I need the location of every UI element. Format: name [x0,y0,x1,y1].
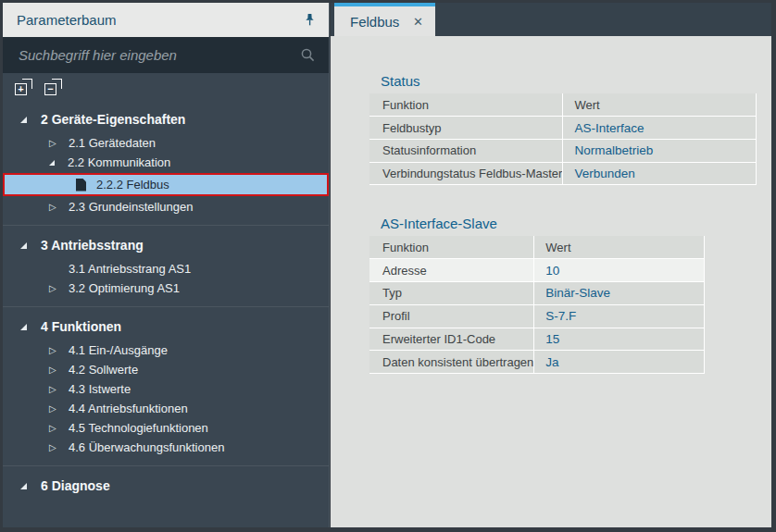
tree-item-ein-ausgaenge[interactable]: 4.1 Ein-/Ausgänge [3,340,329,360]
table-row: Profil S-7.F [369,304,705,328]
param-label: Feldbustyp [369,117,563,140]
pin-icon[interactable] [301,12,318,29]
tree-item-feldbus-selected[interactable]: 2.2.2 Feldbus [3,173,329,196]
search-input[interactable] [19,47,300,63]
tree-divider [3,225,329,226]
chevron-collapsed-icon[interactable] [49,385,61,394]
param-label: Erweiterter ID1-Code [369,328,534,351]
tree-item-label: 2.2 Kommunikation [68,155,170,169]
column-header-wert: Wert [563,93,757,117]
param-label: Profil [369,304,534,328]
table-header-row: Funktion Wert [369,93,757,117]
tree-section-antriebsstrang[interactable]: 3 Antriebsstrang [3,234,329,256]
table-header-row: Funktion Wert [369,236,705,259]
tree-item-ueberwachungsfunktionen[interactable]: 4.6 Überwachungsfunktionen [3,438,329,457]
chevron-collapsed-icon[interactable] [49,443,61,452]
as-interface-slave-table: Funktion Wert Adresse 10 Typ Binär-Slave… [369,236,705,374]
tree-item-label: 6 Diagnose [41,478,110,493]
tab-label: Feldbus [350,14,413,30]
tree-item-geraetedaten[interactable]: 2.1 Gerätedaten [3,133,329,153]
param-value[interactable]: 15 [534,328,705,351]
tree-divider [3,465,329,466]
status-table: Funktion Wert Feldbustyp AS-Interface St… [369,93,757,185]
minus-icon: − [44,83,56,95]
tree-toolbar: + − [3,73,329,100]
param-value[interactable]: AS-Interface [563,117,757,140]
chevron-expanded-icon[interactable] [20,324,27,330]
chevron-collapsed-icon[interactable] [49,365,61,375]
expand-all-button[interactable]: + [15,79,32,95]
param-value[interactable]: Verbunden [563,162,757,185]
column-header-funktion: Funktion [369,236,534,259]
chevron-expanded-icon[interactable] [49,160,55,166]
param-label: Daten konsistent übertragen [369,351,534,374]
tree-section-diagnose[interactable]: 6 Diagnose [3,475,329,497]
param-value[interactable]: Ja [534,351,705,374]
chevron-expanded-icon[interactable] [20,242,27,249]
plus-icon: + [15,83,27,95]
tree-item-label: 4.6 Überwachungsfunktionen [69,440,224,454]
close-icon[interactable]: ✕ [413,16,423,28]
search-icon [300,47,316,63]
tree-divider [3,306,329,307]
chevron-collapsed-icon[interactable] [49,284,61,293]
tree-item-label: 2.2.2 Feldbus [96,178,169,192]
tree-item-label: 4.5 Technologiefunktionen [69,421,208,435]
section-title-as-interface-slave: AS-Interface-Slave [381,216,771,231]
search-bar [3,37,329,73]
tree-item-label: 4.1 Ein-/Ausgänge [69,343,168,357]
tree-item-label: 4.3 Istwerte [69,382,131,396]
tree-item-label: 3.1 Antriebsstrang AS1 [69,262,191,276]
tree-section-funktionen[interactable]: 4 Funktionen [3,315,329,338]
param-value[interactable]: Normalbetrieb [563,139,757,162]
tree-item-optimierung-as1[interactable]: 3.2 Optimierung AS1 [3,278,329,298]
parameter-tree: 2 Geräte-Eigenschaften 2.1 Gerätedaten 2… [3,100,329,527]
param-value[interactable]: S-7.F [534,304,705,328]
param-label: Typ [369,282,534,305]
tree-item-label: 4 Funktionen [41,319,121,334]
param-label: Verbindungstatus Feldbus-Master [369,162,563,185]
tree-item-antriebsstrang-as1[interactable]: 3.1 Antriebsstrang AS1 [3,259,329,278]
chevron-expanded-icon[interactable] [20,483,27,489]
document-icon [76,179,86,192]
tab-feldbus[interactable]: Feldbus ✕ [334,3,435,36]
table-row: Verbindungstatus Feldbus-Master Verbunde… [369,162,757,185]
table-row: Typ Binär-Slave [369,282,705,305]
tree-item-label: 3 Antriebsstrang [41,238,144,253]
chevron-expanded-icon[interactable] [20,117,27,123]
tree-item-label: 2 Geräte-Eigenschaften [41,112,185,127]
param-label: Adresse [369,259,534,282]
parameter-tree-panel: Parameterbaum + [3,3,330,527]
column-header-wert: Wert [534,236,705,259]
sidebar-header: Parameterbaum [3,3,329,37]
tree-item-istwerte[interactable]: 4.3 Istwerte [3,379,329,399]
chevron-collapsed-icon[interactable] [49,139,61,148]
parameter-content: Status Funktion Wert Feldbustyp AS-Inter… [331,36,771,527]
chevron-collapsed-icon[interactable] [49,424,61,433]
chevron-collapsed-icon[interactable] [49,346,61,355]
tree-item-label: 2.3 Grundeinstellungen [69,200,193,214]
tree-item-kommunikation[interactable]: 2.2 Kommunikation [3,153,329,172]
tree-section-geraete-eigenschaften[interactable]: 2 Geräte-Eigenschaften [3,108,329,130]
chevron-collapsed-icon[interactable] [49,203,61,212]
tree-item-grundeinstellungen[interactable]: 2.3 Grundeinstellungen [3,197,329,217]
app-window: Parameterbaum + [0,0,776,532]
table-row: Feldbustyp AS-Interface [369,117,757,140]
table-row: Statusinformation Normalbetrieb [369,139,757,162]
detail-panel: Feldbus ✕ Status Funktion Wert Feldbusty… [331,3,771,527]
table-row: Erweiterter ID1-Code 15 [369,328,705,351]
tree-item-sollwerte[interactable]: 4.2 Sollwerte [3,360,329,379]
tree-item-label: 2.1 Gerätedaten [69,136,156,150]
tree-item-technologiefunktionen[interactable]: 4.5 Technologiefunktionen [3,418,329,438]
chevron-collapsed-icon[interactable] [49,404,61,414]
collapse-all-button[interactable]: − [44,79,62,95]
sidebar-title: Parameterbaum [17,12,301,28]
table-row-highlighted: Adresse 10 [369,259,705,282]
section-title-status: Status [381,73,771,89]
param-value[interactable]: 10 [534,259,705,282]
tree-item-label: 4.2 Sollwerte [69,363,138,377]
param-value[interactable]: Binär-Slave [534,282,705,305]
tab-bar: Feldbus ✕ [331,3,771,36]
param-label: Statusinformation [369,139,563,162]
tree-item-antriebsfunktionen[interactable]: 4.4 Antriebsfunktionen [3,399,329,418]
